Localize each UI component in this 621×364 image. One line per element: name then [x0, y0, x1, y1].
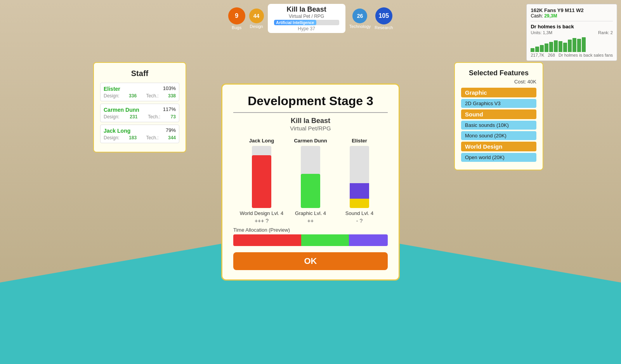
worker-jack-long: Jack Long World Design Lvl. 4 +++ ?	[237, 138, 286, 224]
design-badge: 44	[249, 9, 264, 23]
time-red	[233, 234, 301, 246]
bugs-badge-wrap: 9 Bugs	[228, 7, 245, 30]
sales-title: Dr holmes is back	[531, 24, 613, 29]
design-label-elister: Design:	[104, 93, 120, 99]
bar-9	[568, 40, 572, 52]
bugs-label: Bugs	[232, 25, 241, 30]
bugs-badge: 9	[228, 7, 245, 24]
tech-val-jack: 344	[168, 135, 176, 140]
worker-score-elister: - ?	[356, 218, 363, 224]
feature-item-open-world: Open world (20K)	[461, 153, 536, 162]
bar-4	[545, 43, 548, 52]
research-badge: 105	[375, 7, 392, 24]
rank-label: Rank: 2	[598, 30, 613, 35]
design-badge-wrap: 44 Design	[249, 9, 264, 29]
skill-bar-blue	[350, 183, 369, 199]
cash-value: 29,3M	[544, 13, 557, 19]
staff-panel: Staff Elister 103% Design: 336 Tech.: 33…	[93, 62, 186, 153]
skill-bar-carmen	[301, 146, 320, 208]
bar-3	[540, 45, 544, 52]
design-val-carmen: 231	[130, 114, 137, 120]
dev-modal-genre: Virtual Pet/RPG	[233, 125, 388, 132]
progress-fill: Artificial Intelligence	[274, 20, 316, 25]
tech-val-elister: 338	[168, 93, 176, 99]
staff-name-carmen: Carmen Dunn	[104, 107, 139, 113]
technology-label: Technology	[349, 24, 371, 29]
worker-score-jack: +++ ?	[255, 218, 269, 224]
staff-pct-carmen: 117%	[163, 106, 176, 112]
tech-label-elister: Tech.:	[146, 93, 159, 99]
staff-name-jack: Jack Long	[104, 128, 130, 134]
ok-button[interactable]: OK	[233, 252, 388, 270]
research-badge-wrap: 105 Research	[375, 7, 393, 30]
skill-bar-elister	[350, 146, 369, 208]
skill-fill-jack	[252, 155, 271, 208]
features-cost: Cost: 40K	[461, 79, 536, 85]
staff-item-carmen: Carmen Dunn 117% Design: 231 Tech.: 73	[100, 104, 179, 122]
dev-modal: Development Stage 3 Kill la Beast Virtua…	[221, 83, 400, 281]
feature-item-mono-sound: Mono sound (20K)	[461, 131, 536, 140]
skill-fill-carmen	[301, 174, 320, 208]
technology-badge: 26	[352, 9, 367, 23]
worker-name-jack: Jack Long	[249, 138, 274, 144]
worker-level-elister: Sound Lvl. 4	[345, 210, 373, 216]
feature-item-basic-sounds: Basic sounds (10K)	[461, 121, 536, 130]
design-label-jack: Design:	[104, 135, 120, 140]
time-blue	[349, 234, 388, 246]
bar-7	[559, 41, 562, 52]
worker-name-carmen: Carmen Dunn	[294, 138, 327, 144]
bar-2	[535, 47, 539, 52]
worker-carmen-dunn: Carmen Dunn Graphic Lvl. 4 ++	[286, 138, 335, 224]
time-alloc-bar	[233, 234, 388, 246]
game-genre: Virtual Pet / RPG	[274, 14, 339, 19]
feature-category-sound: Sound	[461, 109, 536, 119]
worker-score-carmen: ++	[307, 218, 314, 224]
staff-pct-elister: 103%	[163, 85, 176, 91]
bar-11	[577, 39, 581, 52]
bar-1	[531, 48, 534, 52]
time-green	[301, 234, 349, 246]
bar-6	[554, 40, 558, 52]
feature-category-graphic: Graphic	[461, 88, 536, 97]
fans-info: 162K Fans Y9 M11 W2	[531, 7, 613, 13]
cash-info: Cash: 29,3M	[531, 13, 613, 19]
tech-val-carmen: 73	[171, 114, 176, 120]
staff-pct-jack: 79%	[166, 127, 176, 133]
sales-section: Dr holmes is back Units: 1,3M Rank: 2 21…	[531, 21, 613, 57]
bar-12	[582, 37, 586, 52]
staff-item-jack: Jack Long 79% Design: 183 Tech.: 344	[100, 125, 179, 143]
mini-chart	[531, 36, 613, 52]
worker-name-elister: Elister	[352, 138, 367, 144]
feature-item-2d-graphics: 2D Graphics V3	[461, 99, 536, 108]
time-alloc-label: Time Allocation (Preview)	[233, 227, 388, 233]
skill-bar-jack	[252, 146, 271, 208]
features-panel: Selected Features Cost: 40K Graphic 2D G…	[454, 62, 543, 170]
staff-title: Staff	[100, 69, 179, 78]
skill-bar-yellow	[350, 199, 369, 208]
cash-label: Cash:	[531, 13, 543, 19]
workers-row: Jack Long World Design Lvl. 4 +++ ? Carm…	[233, 138, 388, 224]
design-val-jack: 183	[129, 135, 137, 140]
game-title: Kill la Beast	[274, 5, 339, 14]
sales-value2: 268	[548, 53, 555, 57]
staff-stats-elister: Design: 336 Tech.: 338	[104, 93, 176, 99]
design-label-carmen: Design:	[104, 114, 120, 120]
dev-modal-title: Development Stage 3	[233, 94, 388, 113]
bar-10	[572, 38, 576, 52]
bar-5	[549, 42, 553, 52]
worker-level-carmen: Graphic Lvl. 4	[295, 210, 326, 216]
sales-value1: 217,7K	[531, 53, 544, 57]
worker-elister: Elister Sound Lvl. 4 - ?	[335, 138, 384, 224]
staff-stats-jack: Design: 183 Tech.: 344	[104, 135, 176, 140]
hud-center: Kill la Beast Virtual Pet / RPG Artifici…	[268, 4, 345, 33]
tech-label-jack: Tech.:	[146, 135, 159, 140]
top-right-panel: 162K Fans Y9 M11 W2 Cash: 29,3M Dr holme…	[526, 4, 617, 61]
hype-label: Hype 37	[274, 26, 339, 31]
design-label: Design	[250, 24, 263, 29]
technology-badge-wrap: 26 Technology	[349, 9, 371, 29]
tech-label-carmen: Tech.:	[148, 114, 160, 120]
staff-stats-carmen: Design: 231 Tech.: 73	[104, 114, 176, 120]
bar-8	[563, 43, 567, 52]
worker-level-jack: World Design Lvl. 4	[240, 210, 283, 216]
dev-modal-game: Kill la Beast	[233, 117, 388, 125]
